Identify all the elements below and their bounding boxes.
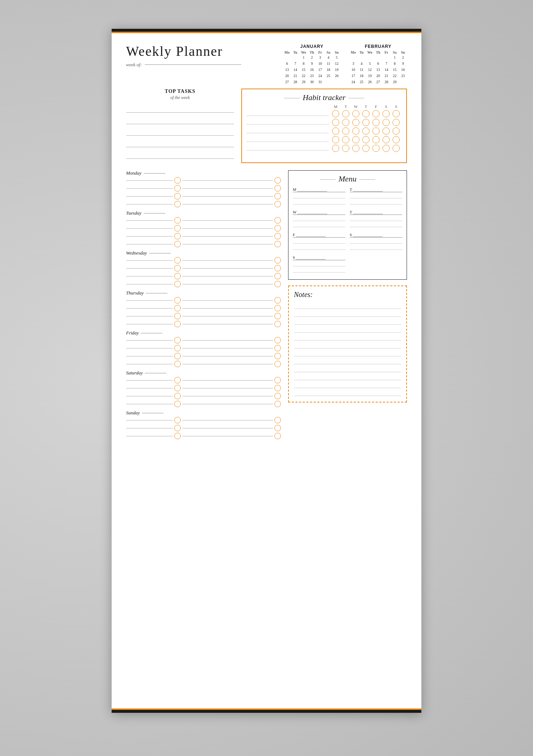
wed-left-2[interactable] (126, 268, 173, 269)
mon-right-1[interactable] (182, 180, 273, 181)
menu-t2-line-1[interactable] (350, 216, 402, 221)
sat-left-1[interactable] (126, 380, 173, 381)
menu-t1-line-2[interactable] (350, 199, 402, 204)
mon-circle-1[interactable] (174, 177, 181, 184)
habit-dots-5[interactable] (247, 146, 328, 150)
wed-circle-r-2[interactable] (274, 265, 281, 271)
wed-circle-2[interactable] (174, 265, 181, 271)
note-line-9[interactable] (294, 366, 401, 372)
note-line-12[interactable] (294, 390, 401, 396)
wed-left-1[interactable] (126, 260, 173, 261)
menu-s2-line-1[interactable] (293, 261, 345, 266)
habit-circle-4-5[interactable] (372, 136, 380, 143)
sat-circle-r-2[interactable] (274, 385, 281, 391)
sat-right-1[interactable] (182, 380, 273, 381)
menu-w-line-1[interactable] (293, 216, 345, 221)
thu-right-4[interactable] (182, 324, 273, 324)
tue-circle-3[interactable] (174, 233, 181, 239)
mon-right-4[interactable] (182, 204, 273, 204)
fri-circle-r-2[interactable] (274, 345, 281, 351)
sun-right-3[interactable] (182, 436, 273, 436)
habit-circle-5-5[interactable] (372, 145, 380, 152)
sat-circle-r-3[interactable] (274, 393, 281, 399)
habit-circle-2-5[interactable] (372, 119, 380, 126)
thu-right-2[interactable] (182, 308, 273, 309)
note-line-1[interactable] (294, 302, 401, 309)
task-line-4[interactable] (126, 140, 234, 147)
fri-left-4[interactable] (126, 364, 173, 364)
thu-circle-r-4[interactable] (274, 321, 281, 327)
wed-circle-r-3[interactable] (274, 273, 281, 279)
task-line-3[interactable] (126, 129, 234, 136)
thu-circle-2[interactable] (174, 305, 181, 311)
note-line-5[interactable] (294, 334, 401, 341)
fri-right-4[interactable] (182, 364, 273, 364)
fri-circle-4[interactable] (174, 361, 181, 367)
mon-circle-2[interactable] (174, 185, 181, 192)
fri-left-3[interactable] (126, 356, 173, 356)
sun-circle-2[interactable] (174, 425, 181, 431)
note-line-8[interactable] (294, 358, 401, 364)
habit-dots-2[interactable] (247, 120, 328, 125)
habit-circle-3-3[interactable] (352, 127, 359, 135)
habit-circle-2-1[interactable] (332, 119, 339, 126)
fri-left-1[interactable] (126, 340, 173, 341)
sun-right-1[interactable] (182, 420, 273, 420)
habit-circle-1-1[interactable] (332, 110, 339, 117)
note-line-7[interactable] (294, 350, 401, 356)
wed-circle-1[interactable] (174, 257, 181, 264)
mon-circle-3[interactable] (174, 193, 181, 199)
note-line-2[interactable] (294, 310, 401, 317)
sun-circle-r-1[interactable] (274, 417, 281, 423)
tue-circle-r-1[interactable] (274, 217, 281, 224)
wed-right-3[interactable] (182, 276, 273, 276)
task-line-1[interactable] (126, 105, 234, 113)
mon-left-3[interactable] (126, 196, 173, 197)
habit-circle-1-5[interactable] (372, 110, 380, 117)
sat-right-2[interactable] (182, 388, 273, 388)
tue-right-1[interactable] (182, 220, 273, 221)
sun-right-2[interactable] (182, 428, 273, 428)
habit-circle-4-3[interactable] (352, 136, 359, 143)
habit-circle-1-6[interactable] (382, 110, 390, 117)
wed-right-1[interactable] (182, 260, 273, 261)
habit-circle-3-6[interactable] (382, 127, 390, 135)
thu-left-4[interactable] (126, 324, 173, 324)
sun-circle-3[interactable] (174, 433, 181, 439)
sat-right-3[interactable] (182, 396, 273, 396)
sun-left-3[interactable] (126, 436, 173, 436)
menu-t1-line-1[interactable] (350, 193, 402, 198)
habit-circle-1-3[interactable] (352, 110, 359, 117)
menu-f-line-1[interactable] (293, 239, 345, 244)
habit-circle-5-3[interactable] (352, 145, 359, 152)
habit-circle-3-2[interactable] (342, 127, 349, 135)
tue-left-1[interactable] (126, 220, 173, 221)
habit-circle-5-7[interactable] (393, 145, 400, 152)
thu-circle-4[interactable] (174, 321, 181, 327)
mon-circle-r-3[interactable] (274, 193, 281, 199)
thu-left-3[interactable] (126, 316, 173, 316)
habit-circle-1-7[interactable] (393, 110, 400, 117)
sat-left-4[interactable] (126, 404, 173, 404)
note-line-11[interactable] (294, 382, 401, 388)
habit-dots-1[interactable] (247, 112, 328, 116)
habit-circle-5-4[interactable] (362, 145, 369, 152)
habit-circle-5-6[interactable] (382, 145, 390, 152)
thu-circle-3[interactable] (174, 313, 181, 319)
menu-f-line-2[interactable] (293, 245, 345, 250)
habit-circle-3-4[interactable] (362, 127, 369, 135)
habit-circle-2-7[interactable] (393, 119, 400, 126)
habit-circle-2-2[interactable] (342, 119, 349, 126)
sat-right-4[interactable] (182, 404, 273, 404)
fri-circle-r-4[interactable] (274, 361, 281, 367)
mon-right-3[interactable] (182, 196, 273, 197)
habit-circle-1-2[interactable] (342, 110, 349, 117)
habit-circle-3-5[interactable] (372, 127, 380, 135)
menu-s1-line-1[interactable] (350, 239, 402, 244)
fri-circle-3[interactable] (174, 353, 181, 359)
habit-circle-4-4[interactable] (362, 136, 369, 143)
tue-right-4[interactable] (182, 244, 273, 244)
fri-right-3[interactable] (182, 356, 273, 356)
habit-circle-2-6[interactable] (382, 119, 390, 126)
tue-circle-r-3[interactable] (274, 233, 281, 239)
